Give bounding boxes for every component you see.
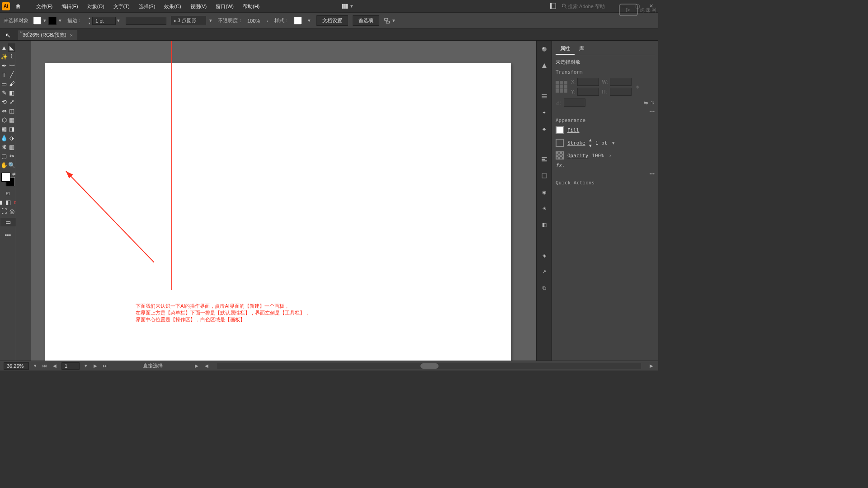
selection-tool[interactable]: ▲ bbox=[0, 43, 8, 52]
menu-type[interactable]: 文字(T) bbox=[109, 0, 134, 13]
stroke-swatch[interactable] bbox=[48, 17, 57, 25]
opacity-flyout-icon[interactable]: › bbox=[264, 18, 270, 23]
brush-tool[interactable]: 🖌 bbox=[8, 80, 15, 88]
export-panel-icon[interactable]: ↗ bbox=[539, 267, 549, 277]
menu-view[interactable]: 视图(V) bbox=[186, 0, 212, 13]
style-dropdown[interactable]: ▾ bbox=[307, 18, 312, 23]
menu-window[interactable]: 窗口(W) bbox=[211, 0, 238, 13]
link-wh-icon[interactable]: ⎆ bbox=[636, 84, 639, 89]
width-tool[interactable]: ⇔ bbox=[0, 107, 8, 115]
align-panel-icon[interactable] bbox=[539, 155, 549, 164]
brushes-panel-icon[interactable]: ✦ bbox=[539, 108, 549, 117]
flip-v-icon[interactable]: ⥮ bbox=[651, 100, 655, 106]
next-artboard-icon[interactable]: ▶ bbox=[92, 363, 99, 369]
eraser-tool[interactable]: ◧ bbox=[8, 89, 15, 97]
arrange-icon[interactable]: ▾ bbox=[342, 3, 354, 9]
stroke-stepper-down[interactable]: ▾ bbox=[87, 21, 92, 26]
stroke-dropdown-icon[interactable]: ▾ bbox=[57, 18, 63, 23]
hand-tool[interactable]: ✋ bbox=[0, 161, 8, 169]
blend-tool[interactable]: ⬗ bbox=[8, 134, 15, 142]
scroll-left-icon[interactable]: ◀ bbox=[203, 363, 210, 369]
zoom-input[interactable] bbox=[4, 362, 29, 370]
transform-angle-input[interactable] bbox=[564, 99, 585, 107]
color-mode-gradient[interactable]: ◧ bbox=[5, 198, 12, 206]
line-tool[interactable]: ╱ bbox=[8, 70, 15, 79]
brush-input[interactable] bbox=[126, 17, 166, 25]
stroke-up[interactable]: ▴ bbox=[589, 137, 592, 143]
artboard-dropdown[interactable]: ▾ bbox=[83, 363, 89, 369]
tab-close-small[interactable]: × bbox=[27, 30, 30, 35]
fill-color[interactable] bbox=[1, 173, 10, 182]
lasso-tool[interactable]: ⌇ bbox=[8, 52, 15, 61]
transform-h-input[interactable] bbox=[610, 88, 632, 96]
panel-stroke-dropdown[interactable]: ▾ bbox=[611, 140, 616, 145]
assets-panel-icon[interactable]: ◈ bbox=[539, 250, 549, 260]
panel-opacity-value[interactable]: 100% bbox=[592, 153, 604, 159]
tab-library[interactable]: 库 bbox=[575, 43, 589, 55]
symbol-sprayer-tool[interactable]: ❋ bbox=[0, 143, 8, 151]
edit-toolbar-button[interactable]: ▭ bbox=[0, 218, 16, 226]
curvature-tool[interactable]: 〰 bbox=[8, 61, 15, 70]
transform-y-input[interactable] bbox=[577, 88, 599, 96]
scroll-right-icon[interactable]: ▶ bbox=[648, 363, 655, 369]
window-minimize-icon[interactable]: — bbox=[618, 2, 629, 11]
color-mode-fill[interactable]: ◼ bbox=[0, 198, 4, 206]
style-swatch[interactable] bbox=[294, 17, 302, 25]
last-artboard-icon[interactable]: ⏭ bbox=[102, 363, 108, 369]
rectangle-tool[interactable]: ▭ bbox=[0, 80, 8, 88]
slice-tool[interactable]: ✂ bbox=[8, 152, 15, 160]
artboards-panel-icon[interactable]: ⧉ bbox=[539, 283, 549, 293]
menu-select[interactable]: 选择(S) bbox=[134, 0, 160, 13]
panel-stroke-value[interactable]: 1 pt bbox=[595, 140, 608, 146]
opacity-value[interactable]: 100% bbox=[247, 18, 260, 23]
tab-properties[interactable]: 属性 bbox=[556, 43, 575, 55]
pen-tool[interactable]: ✒ bbox=[0, 61, 8, 70]
prev-artboard-icon[interactable]: ◀ bbox=[52, 363, 58, 369]
help-search-input[interactable] bbox=[568, 4, 613, 9]
toolbar-more[interactable]: ••• bbox=[0, 231, 16, 239]
menu-object[interactable]: 对象(O) bbox=[83, 0, 109, 13]
reference-point-selector[interactable] bbox=[556, 81, 567, 93]
home-icon[interactable] bbox=[14, 2, 23, 11]
stroke-weight-dropdown[interactable]: ▾ bbox=[116, 18, 121, 23]
layers-panel-icon[interactable]: ◧ bbox=[539, 220, 549, 230]
fill-dropdown-icon[interactable]: ▾ bbox=[42, 18, 47, 23]
appearance-fill-swatch[interactable] bbox=[556, 126, 564, 134]
transform-panel-icon[interactable] bbox=[539, 171, 549, 181]
rotate-tool[interactable]: ⟲ bbox=[0, 98, 8, 106]
window-close-icon[interactable]: ✕ bbox=[646, 2, 656, 11]
appearance-opacity-swatch[interactable] bbox=[556, 151, 564, 160]
window-maximize-icon[interactable]: ▢ bbox=[632, 2, 643, 11]
perspective-tool[interactable]: ▦ bbox=[8, 116, 15, 124]
canvas-area[interactable]: 下面我们来认识一下AI的操作界面，点击AI界面的【新建】一个画板， 在界面上方是… bbox=[31, 41, 536, 365]
fill-stroke-swatch[interactable]: ⇄ bbox=[1, 173, 15, 186]
fill-swatch[interactable] bbox=[33, 17, 41, 25]
panel-opacity-flyout[interactable]: › bbox=[608, 153, 613, 158]
scale-tool[interactable]: ⤢ bbox=[8, 98, 15, 106]
transform-w-input[interactable] bbox=[610, 78, 632, 86]
zoom-tool[interactable]: 🔍 bbox=[8, 161, 15, 169]
swatches-panel-icon[interactable] bbox=[539, 61, 549, 70]
appearance-stroke-swatch[interactable] bbox=[556, 139, 564, 147]
help-search[interactable] bbox=[559, 2, 616, 10]
shape-builder-tool[interactable]: ⬡ bbox=[0, 116, 8, 124]
dash-input[interactable]: 3 点圆形 bbox=[178, 17, 197, 24]
shaper-tool[interactable]: ✎ bbox=[0, 89, 8, 97]
menu-effect[interactable]: 效果(C) bbox=[160, 0, 185, 13]
menu-file[interactable]: 文件(F) bbox=[32, 0, 57, 13]
default-colors[interactable]: ◱ bbox=[5, 189, 12, 197]
swap-colors-icon[interactable]: ⇄ bbox=[12, 172, 16, 176]
scrollbar-thumb[interactable] bbox=[420, 363, 439, 369]
stroke-stepper-up[interactable]: ▴ bbox=[87, 15, 92, 21]
graphic-styles-panel-icon[interactable]: ☀ bbox=[539, 203, 549, 213]
layout-icon[interactable] bbox=[550, 3, 556, 10]
transform-more-icon[interactable]: ••• bbox=[556, 108, 655, 114]
horizontal-scrollbar[interactable] bbox=[217, 363, 641, 369]
preferences-button[interactable]: 首选项 bbox=[353, 15, 379, 26]
eyedropper-tool[interactable]: 💧 bbox=[0, 134, 8, 142]
fx-label[interactable]: fx. bbox=[556, 162, 565, 168]
color-panel-icon[interactable] bbox=[539, 44, 549, 54]
stroke-weight-input[interactable] bbox=[92, 17, 116, 25]
stroke-panel-icon[interactable] bbox=[539, 91, 549, 101]
dash-dropdown[interactable]: ▾ bbox=[208, 18, 213, 23]
